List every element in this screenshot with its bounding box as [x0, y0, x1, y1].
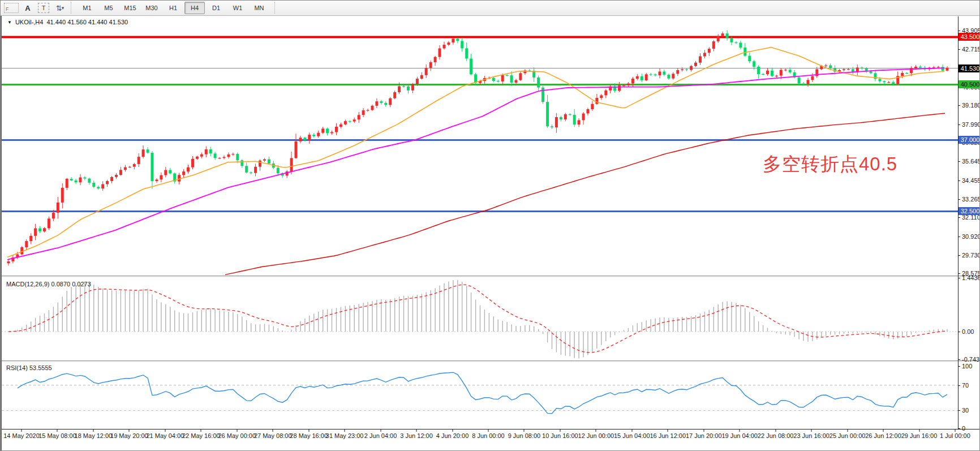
scale-tick-label: 100 [962, 363, 972, 370]
toolbar-separator [71, 2, 72, 14]
time-tick-mark [668, 429, 668, 432]
time-axis-label: 29 Jun 16:00 [901, 432, 938, 439]
time-axis-label: 28 May 16:00 [290, 432, 328, 439]
scale-tick-label: 42.715 [962, 46, 980, 53]
price-scale-border [958, 16, 958, 429]
price-badge-32.500: 32.500 [958, 207, 980, 215]
timeframe-button-m15[interactable]: M15 [120, 2, 140, 14]
scale-tick-label: 30 [962, 407, 969, 414]
scale-tick-mark [958, 199, 960, 200]
scale-tick-label: 29.730 [962, 252, 980, 259]
scale-tick-mark [958, 332, 960, 332]
time-axis-label: 25 Jun 00:00 [829, 432, 866, 439]
chart-toolbar: F A T ⇅▾ M1M5M15M30H1H4D1W1MN [1, 1, 980, 16]
time-tick-mark [919, 429, 919, 432]
time-tick-mark [273, 429, 273, 432]
scale-tick-mark [958, 124, 960, 125]
time-tick-mark [308, 429, 309, 432]
timeframe-button-m30[interactable]: M30 [141, 2, 162, 14]
time-tick-mark [129, 429, 130, 432]
timeframe-button-m5[interactable]: M5 [98, 2, 119, 14]
time-axis-label: 15 May 08:00 [38, 432, 76, 439]
timeframe-button-h1[interactable]: H1 [163, 2, 183, 14]
annotate-letter: A [25, 4, 30, 12]
time-tick-mark [488, 429, 488, 432]
time-tick-mark [631, 429, 632, 432]
scale-tick-mark [958, 428, 960, 429]
time-tick-mark [165, 429, 165, 432]
scale-tick-mark [958, 105, 960, 106]
rsi-indicator-pane[interactable] [2, 363, 958, 429]
macd-indicator-pane[interactable] [2, 278, 958, 360]
time-tick-mark [703, 429, 704, 432]
scale-tick-mark [958, 217, 960, 218]
scale-tick-label: 34.455 [962, 177, 980, 184]
time-axis-label: 2 Jun 04:00 [364, 432, 397, 439]
scale-tick-mark [958, 237, 960, 237]
scale-tick-label: 30.920 [962, 233, 980, 240]
time-tick-mark [883, 429, 884, 432]
scale-tick-label: 0.00 [962, 328, 974, 335]
time-axis-label: 3 Jun 12:00 [400, 432, 433, 439]
cursor-tool-button[interactable]: ⇅▾ [53, 2, 66, 14]
time-axis-label: 18 May 12:00 [75, 432, 113, 439]
time-tick-mark [380, 429, 381, 432]
time-tick-mark [560, 429, 560, 432]
rsi-label: RSI(14) 53.5555 [6, 364, 52, 371]
time-axis-label: 23 Jun 16:00 [793, 432, 829, 439]
annotate-text-button[interactable]: A [21, 2, 35, 14]
chevron-down-icon: ▾ [62, 5, 63, 11]
time-tick-mark [452, 429, 453, 432]
time-tick-mark [345, 429, 345, 432]
time-axis-label: 4 Jun 20:00 [436, 432, 469, 439]
trading-platform-window: F A T ⇅▾ M1M5M15M30H1H4D1W1MN ▼ UKOil-,H… [0, 0, 980, 451]
scale-tick-mark [958, 49, 960, 50]
scale-tick-mark [958, 385, 960, 386]
time-tick-mark [955, 429, 955, 432]
time-tick-mark [237, 429, 237, 432]
time-tick-mark [740, 429, 740, 432]
status-strip [2, 444, 980, 451]
scale-tick-label: -0.7431 [962, 356, 980, 363]
time-tick-mark [775, 429, 776, 432]
scale-tick-mark [958, 181, 960, 181]
time-axis-border [2, 429, 980, 429]
templates-icon-letter: F [6, 6, 9, 12]
time-axis-label: 17 Jun 20:00 [686, 432, 722, 439]
cursor-arrows-icon: ⇅ [56, 4, 61, 12]
timeframe-button-mn[interactable]: MN [249, 2, 269, 14]
time-tick-mark [93, 429, 93, 432]
timeframe-button-h4[interactable]: H4 [184, 2, 205, 14]
macd-signal-line [8, 285, 947, 353]
time-tick-mark [416, 429, 417, 432]
time-tick-mark [596, 429, 596, 432]
price-badge-37.000: 37.000 [958, 136, 980, 144]
time-axis-label: 26 Jun 12:00 [865, 432, 901, 439]
scale-tick-mark [958, 366, 960, 367]
rsi-line [18, 372, 947, 414]
timeframe-button-w1[interactable]: W1 [227, 2, 248, 14]
text-label-button[interactable]: T [37, 2, 50, 14]
price-badge-40.500: 40.500 [958, 80, 980, 88]
scale-tick-mark [958, 359, 960, 360]
time-axis-label: 22 May 16:00 [182, 432, 220, 439]
time-tick-mark [22, 429, 22, 432]
scale-tick-mark [958, 161, 960, 162]
timeframe-button-m1[interactable]: M1 [77, 2, 97, 14]
scale-tick-mark [958, 31, 960, 31]
price-chart-pane[interactable] [2, 16, 958, 276]
time-tick-mark [847, 429, 848, 432]
time-axis-label: 19 May 20:00 [110, 432, 148, 439]
time-axis-label: 12 Jun 00:00 [578, 432, 614, 439]
templates-icon[interactable]: F [4, 3, 19, 13]
time-tick-mark [57, 429, 58, 432]
time-axis-label: 8 Jun 00:00 [472, 432, 505, 439]
macd-label: MACD(12,26,9) 0.0870 0.0273 [6, 281, 91, 287]
time-axis-label: 15 Jun 04:00 [614, 432, 650, 439]
time-axis-label: 31 May 23:00 [326, 432, 364, 439]
timeframe-button-d1[interactable]: D1 [206, 2, 226, 14]
time-tick-mark [201, 429, 201, 432]
chart-annotation-text[interactable]: 多空转折点40.5 [763, 152, 897, 177]
time-tick-mark [524, 429, 525, 432]
scale-tick-mark [958, 255, 960, 256]
